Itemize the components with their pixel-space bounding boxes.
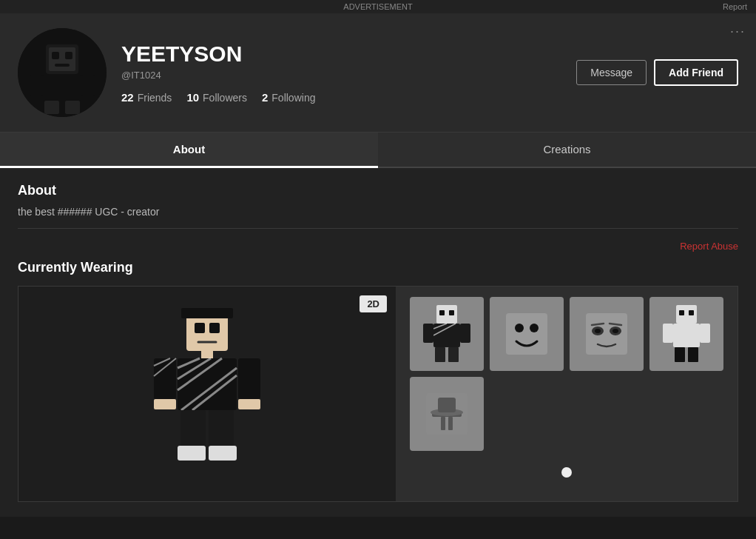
svg-rect-58 <box>700 324 710 343</box>
item-1[interactable] <box>410 297 484 371</box>
profile-handle: @IT1024 <box>121 70 561 81</box>
about-description: the best ###### UGC - creator <box>18 206 738 218</box>
svg-rect-54 <box>679 310 684 315</box>
svg-rect-64 <box>448 417 453 430</box>
svg-rect-28 <box>180 410 206 447</box>
svg-rect-6 <box>43 76 81 101</box>
profile-header: YEETYSON @IT1024 22 Friends 10 Followers… <box>0 13 756 133</box>
svg-rect-57 <box>663 324 673 343</box>
svg-point-45 <box>530 324 539 332</box>
friends-label: Friends <box>138 92 172 104</box>
ad-bar: ADVERTISEMENT Report <box>0 0 756 13</box>
svg-rect-66 <box>438 398 456 412</box>
svg-rect-27 <box>238 399 260 409</box>
following-stat[interactable]: 2 Following <box>262 91 315 104</box>
profile-stats: 22 Friends 10 Followers 2 Following <box>121 91 561 104</box>
svg-rect-40 <box>460 324 470 343</box>
followers-label: Followers <box>203 92 247 104</box>
svg-point-52 <box>612 329 618 333</box>
svg-rect-60 <box>688 347 698 362</box>
tabs-bar: About Creations <box>0 133 756 168</box>
svg-rect-63 <box>441 417 445 430</box>
svg-rect-2 <box>49 47 75 71</box>
svg-rect-39 <box>423 324 433 343</box>
svg-rect-55 <box>689 310 694 315</box>
item-5[interactable] <box>410 377 484 451</box>
ad-label: ADVERTISEMENT <box>343 2 412 11</box>
divider <box>18 228 738 229</box>
message-button[interactable]: Message <box>576 60 647 85</box>
svg-rect-25 <box>238 358 260 399</box>
svg-rect-56 <box>673 324 700 347</box>
friends-stat[interactable]: 22 Friends <box>121 91 172 104</box>
svg-rect-4 <box>65 52 72 59</box>
following-label: Following <box>271 92 315 104</box>
main-content: About the best ###### UGC - creator Repo… <box>0 168 756 517</box>
about-title: About <box>18 183 738 198</box>
followers-count: 10 <box>186 91 199 104</box>
svg-rect-59 <box>675 347 685 362</box>
svg-rect-9 <box>44 101 59 114</box>
profile-username: YEETYSON <box>121 41 561 67</box>
about-section: About the best ###### UGC - creator <box>18 183 738 218</box>
report-abuse-link[interactable]: Report Abuse <box>680 241 738 252</box>
svg-rect-30 <box>178 446 206 461</box>
currently-wearing-title: Currently Wearing <box>18 260 738 275</box>
profile-info: YEETYSON @IT1024 22 Friends 10 Followers… <box>121 41 561 104</box>
tab-about[interactable]: About <box>0 133 378 168</box>
svg-rect-10 <box>65 101 80 114</box>
svg-rect-26 <box>154 399 176 409</box>
2d-toggle-button[interactable]: 2D <box>360 295 387 312</box>
svg-rect-5 <box>55 64 70 67</box>
svg-rect-3 <box>52 52 59 59</box>
svg-rect-32 <box>181 308 233 318</box>
friends-count: 22 <box>121 91 134 104</box>
avatar-3d-render <box>133 305 281 483</box>
svg-rect-42 <box>448 347 459 362</box>
svg-rect-8 <box>81 76 95 96</box>
item-3[interactable] <box>570 297 644 371</box>
svg-rect-13 <box>209 323 220 333</box>
svg-rect-7 <box>30 76 43 96</box>
svg-rect-31 <box>209 446 237 461</box>
svg-rect-35 <box>449 310 454 315</box>
avatar <box>18 28 107 117</box>
item-2[interactable] <box>490 297 564 371</box>
tab-creations[interactable]: Creations <box>378 133 756 168</box>
svg-rect-43 <box>506 313 547 355</box>
avatar-3d-view: 2D <box>18 287 396 501</box>
items-grid-panel <box>396 287 738 501</box>
svg-point-44 <box>515 324 524 332</box>
svg-rect-12 <box>195 323 205 333</box>
add-friend-button[interactable]: Add Friend <box>654 59 738 86</box>
report-abuse-row: Report Abuse <box>18 239 738 252</box>
svg-rect-29 <box>209 410 234 447</box>
followers-stat[interactable]: 10 Followers <box>186 91 247 104</box>
report-link[interactable]: Report <box>723 2 747 11</box>
pagination-dot[interactable] <box>561 467 572 478</box>
svg-rect-34 <box>439 310 445 315</box>
options-menu-icon[interactable]: ··· <box>730 24 746 39</box>
svg-rect-46 <box>586 313 627 355</box>
svg-point-51 <box>595 329 601 333</box>
following-count: 2 <box>262 91 268 104</box>
items-grid <box>410 297 723 451</box>
wearing-container: 2D <box>18 286 738 502</box>
svg-rect-15 <box>201 351 213 358</box>
svg-rect-41 <box>435 347 445 362</box>
profile-actions: Message Add Friend <box>576 59 738 86</box>
item-4[interactable] <box>649 297 723 371</box>
